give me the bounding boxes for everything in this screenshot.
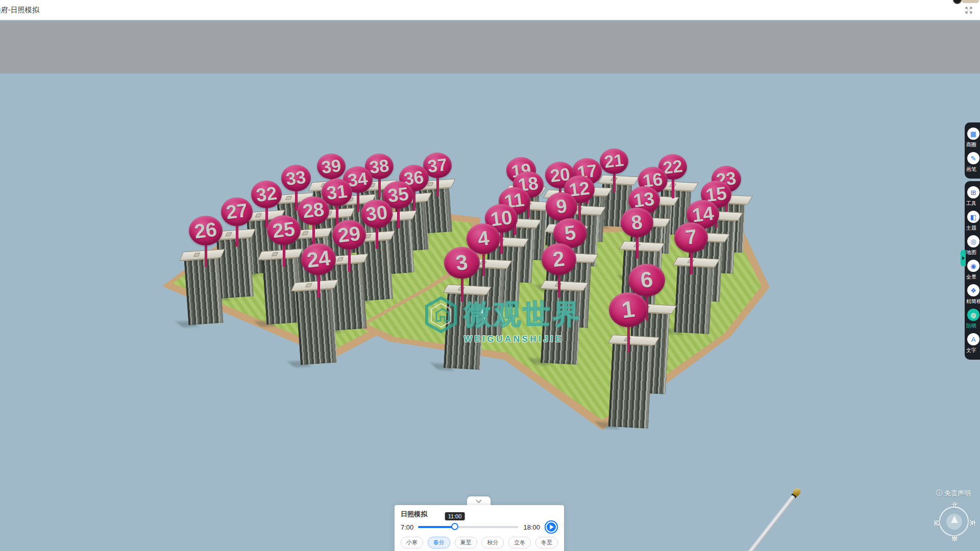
building-number-marker[interactable]: 26 [189,216,222,245]
season-button[interactable]: 春分 [428,537,450,548]
panel-collapse-tab[interactable] [467,496,491,506]
sidebar-item-theme[interactable]: ◧ 主题 [965,211,980,232]
building-number-marker[interactable]: 21 [600,148,628,174]
time-slider-fill [418,526,455,528]
building-number-marker[interactable]: 27 [221,197,253,226]
time-slider-thumb[interactable] [451,523,458,530]
building-number-marker[interactable]: 29 [332,220,366,250]
sidebar-item-panorama[interactable]: ◉ 全景 [965,260,980,281]
compass-south-label: 南 [951,534,958,542]
sidebar-item-label: 画笔 [966,166,976,173]
sidebar-item-brush[interactable]: ✎ 画笔 [965,152,980,173]
building-number-marker[interactable]: 1 [609,292,648,327]
sidebar-item-label: 精简模 [966,298,980,305]
building-number: 29 [337,223,362,246]
building [444,292,484,370]
brush-icon: ✎ [967,152,979,164]
fullscreen-icon[interactable] [965,6,973,14]
compass[interactable]: 北 东 南 西 [935,503,974,541]
tool-sidebar: ▦ 商圈✎ 画笔⊞ 工具◧ 主题◎ 地图◉ 全景❖ 精简模◍ 防晒A [965,122,980,362]
scene-3d-viewport[interactable]: 1 2 3 4 5 6 [0,21,980,551]
building-number-marker[interactable]: 25 [267,215,300,245]
building-number: 32 [255,184,278,205]
building [184,257,223,325]
building-number: 7 [684,227,698,248]
marker-stick [461,276,463,302]
marker-stick [578,200,581,223]
sidebar-item-text[interactable]: A 文字 [965,333,980,354]
sidebar-item-label: 商圈 [966,141,976,148]
season-button-row: 小寒春分夏至秋分立冬冬至 [395,537,564,548]
building-number: 39 [321,157,342,177]
building-number-marker[interactable]: 9 [546,192,577,220]
scene-horizon-band [0,21,980,73]
panorama-icon: ◉ [967,260,979,272]
user-badge[interactable] [962,0,979,3]
building-number-marker[interactable]: 24 [301,243,336,275]
building-number-marker[interactable]: 7 [674,222,708,253]
marker-stick [500,230,503,254]
sidebar-item-label: 全景 [966,273,976,281]
compass-north-arrow-icon [951,516,958,523]
pole-shaft [734,495,795,551]
season-button[interactable]: 小寒 [401,537,423,548]
building-number-marker[interactable]: 2 [542,243,577,275]
marker-stick [265,205,268,228]
building-number-marker[interactable]: 39 [317,154,346,180]
sidebar-item-label: 文字 [966,347,976,354]
building-number: 4 [477,228,491,249]
marker-stick [376,225,378,249]
building-facade [216,237,253,298]
play-button[interactable] [545,520,558,534]
avatar[interactable] [953,0,962,4]
district-icon: ▦ [967,128,979,140]
building [608,342,653,429]
sidebar-item-simplify[interactable]: ❖ 精简模 [965,284,980,305]
season-button[interactable]: 立冬 [508,537,531,548]
time-start-label: 7:00 [401,523,413,531]
page-title: 山府-日照模拟 [0,6,39,15]
building-number: 38 [369,157,390,177]
building-number-marker[interactable]: 30 [361,199,393,228]
building-facade [296,288,337,365]
building-number: 2 [552,248,566,270]
marker-stick [482,251,485,277]
marker-stick [636,234,639,259]
marker-stick [348,246,351,271]
building-number-marker[interactable]: 32 [251,181,282,208]
building-number: 37 [427,156,448,175]
sidebar-collapse-handle[interactable] [961,250,966,266]
sidebar-item-tools[interactable]: ⊞ 工具 [965,186,980,207]
sun-shade-icon: ◍ [967,309,979,321]
building-number-marker[interactable]: 8 [621,208,653,237]
chevron-down-icon [476,499,482,503]
sidebar-item-label: 工具 [966,200,976,207]
building-facade [541,288,581,365]
disclaimer-link[interactable]: ⓘ 免责声明 [936,489,971,498]
sidebar-item-label: 防晒 [966,322,976,330]
building-number-marker[interactable]: 3 [444,247,479,279]
marker-stick [283,242,285,267]
building [674,264,712,334]
time-slider-track[interactable]: 11:00 [418,526,519,528]
building-number-marker[interactable]: 33 [281,165,311,191]
marker-stick [690,249,693,275]
building-number-marker[interactable]: 28 [298,196,330,225]
building-number: 24 [306,247,332,271]
sidebar-item-district[interactable]: ▦ 商圈 [965,128,980,148]
building-number: 9 [555,196,568,217]
sidebar-item-sun-shade[interactable]: ◍ 防晒 [965,309,980,330]
flag-pole-object [734,490,799,551]
season-button[interactable]: 夏至 [455,537,477,548]
compass-north-label: 北 [951,502,958,510]
app-window: 1 2 3 4 5 6 [0,0,980,551]
building-facade [608,342,653,429]
building-number-marker[interactable]: 6 [628,264,665,296]
season-button[interactable]: 冬至 [535,537,558,548]
season-button[interactable]: 秋分 [481,537,504,548]
simplify-icon: ❖ [967,284,979,296]
time-tooltip: 11:00 [445,512,465,520]
sidebar-item-map[interactable]: ◎ 地图 [965,235,980,256]
building-number: 14 [691,204,715,226]
building-number: 35 [387,184,410,205]
